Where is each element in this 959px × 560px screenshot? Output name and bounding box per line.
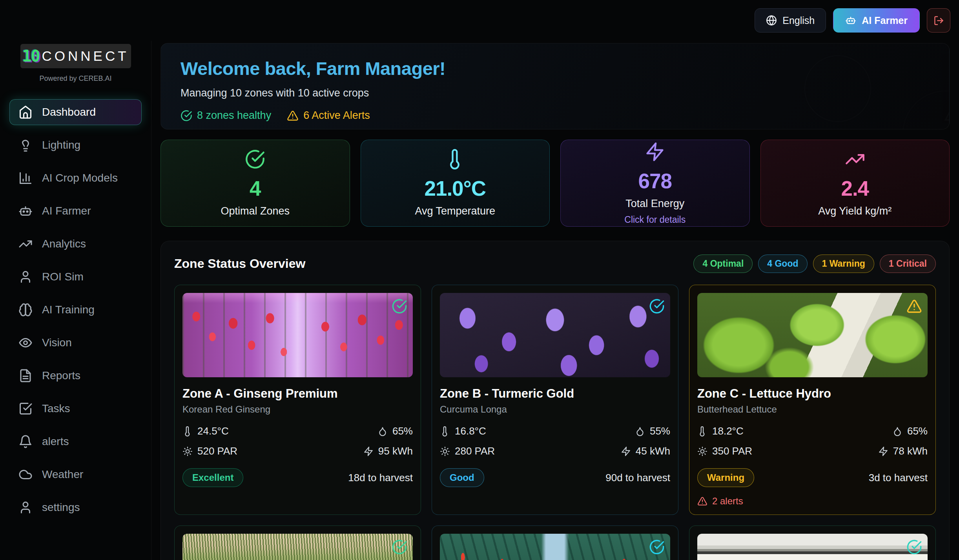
zone-footer: Excellent 18d to harvest [182, 468, 413, 487]
thermometer-icon [182, 426, 193, 436]
zone-temp-value: 16.8°C [455, 425, 486, 437]
zone-section-title: Zone Status Overview [174, 256, 305, 271]
decorative-triangle [942, 51, 950, 126]
zone-image-lettuce [697, 293, 928, 377]
zone-alerts-row: 2 alerts [697, 496, 928, 507]
zone-crop: Butterhead Lettuce [697, 404, 928, 415]
active-alerts-label: 6 Active Alerts [303, 109, 370, 122]
sidebar-item-label: Lighting [42, 139, 80, 151]
zone-warning-icon [906, 298, 922, 314]
zone-card-body: Zone B - Turmeric Gold Curcuma Longa 16.… [440, 387, 670, 487]
zone-energy-value: 45 kWh [636, 445, 670, 457]
sidebar-item-label: Vision [42, 336, 72, 349]
droplet-icon [635, 426, 645, 436]
zone-par: 350 PAR [697, 445, 813, 457]
ai-farmer-label: AI Farmer [862, 15, 908, 26]
stat-value: 21.0°C [424, 176, 486, 200]
brain-icon [18, 303, 33, 317]
sidebar-item-label: Dashboard [42, 106, 96, 118]
zone-footer: Good 90d to harvest [440, 468, 670, 487]
sidebar-item-label: settings [42, 501, 80, 514]
zone-image-chive-trays [182, 534, 413, 560]
sidebar-item-roi-sim[interactable]: ROI Sim [9, 264, 142, 290]
zone-harvest-countdown: 18d to harvest [348, 472, 413, 484]
zone-card-partial-1[interactable] [174, 525, 421, 560]
stat-value: 678 [638, 169, 672, 193]
bell-icon [18, 435, 33, 449]
stat-value: 2.4 [841, 176, 869, 200]
zap-icon [621, 446, 631, 456]
zone-section-header: Zone Status Overview 4 Optimal 4 Good 1 … [174, 255, 936, 273]
sidebar-item-lighting[interactable]: Lighting [9, 132, 142, 158]
zone-card-b[interactable]: Zone B - Turmeric Gold Curcuma Longa 16.… [432, 285, 678, 515]
zone-harvest-countdown: 90d to harvest [605, 472, 670, 484]
zone-par-value: 520 PAR [197, 445, 237, 457]
logout-button[interactable] [927, 8, 950, 33]
page-title: Welcome back, Farm Manager! [180, 58, 930, 79]
zone-status-badge: Warning [697, 468, 754, 487]
stat-card-total-energy[interactable]: 678 Total Energy Click for details [560, 140, 750, 227]
robot-icon [18, 204, 33, 218]
stat-label: Optimal Zones [221, 205, 290, 217]
sidebar-item-ai-training[interactable]: AI Training [9, 297, 142, 323]
ai-farmer-button[interactable]: AI Farmer [833, 8, 920, 33]
thermometer-icon [697, 426, 707, 436]
check-circle-icon [180, 110, 192, 122]
stat-card-avg-temperature[interactable]: 21.0°C Avg Temperature [361, 140, 550, 227]
zone-par: 280 PAR [440, 445, 555, 457]
sidebar-item-label: AI Training [42, 304, 95, 316]
droplet-icon [892, 426, 902, 436]
zone-metrics: 18.2°C 65% 350 PAR 78 kWh [697, 425, 928, 457]
zone-temperature: 16.8°C [440, 425, 555, 437]
zone-title: Zone C - Lettuce Hydro [697, 387, 928, 401]
zone-humidity: 65% [298, 425, 413, 437]
zone-card-body: Zone A - Ginseng Premium Korean Red Gins… [182, 387, 413, 487]
zone-temperature: 18.2°C [697, 425, 813, 437]
sidebar-item-vision[interactable]: Vision [9, 330, 142, 356]
language-label: English [782, 15, 815, 26]
stat-card-optimal-zones[interactable]: 4 Optimal Zones [160, 140, 350, 227]
zone-summary-badges: 4 Optimal 4 Good 1 Warning 1 Critical [693, 255, 936, 273]
zone-alerts-count: 2 alerts [712, 496, 743, 507]
zone-energy: 45 kWh [555, 445, 671, 457]
zone-temperature: 24.5°C [182, 425, 298, 437]
zone-card-partial-2[interactable] [432, 525, 678, 560]
badge-warning: 1 Warning [813, 255, 874, 273]
zone-energy-value: 78 kWh [893, 445, 928, 457]
home-icon [18, 105, 33, 119]
zone-ok-icon [649, 539, 665, 555]
sidebar-item-alerts[interactable]: alerts [9, 429, 142, 455]
badge-optimal: 4 Optimal [693, 255, 753, 273]
language-button[interactable]: English [755, 8, 826, 33]
thermometer-icon [440, 426, 450, 436]
sidebar-item-ai-crop-models[interactable]: AI Crop Models [9, 165, 142, 191]
stat-card-avg-yield[interactable]: 2.4 Avg Yield kg/m² [760, 140, 950, 227]
topbar: English AI Farmer [0, 0, 959, 41]
logo-text: CONNECT [42, 48, 129, 64]
zone-ok-icon [392, 539, 407, 555]
sidebar-item-ai-farmer[interactable]: AI Farmer [9, 198, 142, 224]
sidebar-item-weather[interactable]: Weather [9, 462, 142, 487]
zone-par: 520 PAR [182, 445, 298, 457]
zone-image-goji-berries [440, 534, 670, 560]
check-circle-icon [245, 149, 265, 169]
sun-icon [440, 446, 450, 456]
sidebar-item-dashboard[interactable]: Dashboard [9, 99, 142, 125]
zone-humidity-value: 65% [907, 425, 928, 437]
logout-icon [933, 15, 944, 26]
sidebar-item-settings[interactable]: settings [9, 495, 142, 520]
stat-value: 4 [250, 176, 261, 200]
zone-temp-value: 18.2°C [712, 425, 744, 437]
sidebar-item-tasks[interactable]: Tasks [9, 396, 142, 422]
main-content: Welcome back, Farm Manager! Managing 10 … [151, 41, 959, 560]
zone-card-a[interactable]: Zone A - Ginseng Premium Korean Red Gins… [174, 285, 421, 515]
zone-card-partial-3[interactable] [689, 525, 936, 560]
logo-tagline: Powered by CEREB.AI [0, 75, 151, 83]
zone-card-c[interactable]: Zone C - Lettuce Hydro Butterhead Lettuc… [689, 285, 936, 515]
zone-ok-icon [392, 298, 407, 314]
sidebar-item-reports[interactable]: Reports [9, 363, 142, 389]
zone-crop: Curcuma Longa [440, 404, 670, 415]
zones-healthy-label: 8 zones healthy [197, 109, 271, 122]
zone-humidity: 55% [555, 425, 671, 437]
sidebar-item-analytics[interactable]: Analytics [9, 231, 142, 257]
